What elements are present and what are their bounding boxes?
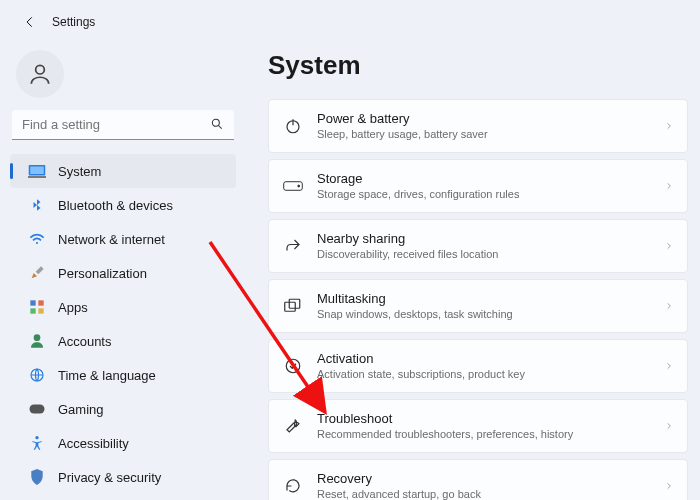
- nav-label: Bluetooth & devices: [58, 198, 173, 213]
- nav-label: Accounts: [58, 334, 111, 349]
- person-icon: [28, 332, 46, 350]
- chevron-right-icon: [665, 480, 673, 492]
- nav-privacy[interactable]: Privacy & security: [10, 460, 236, 494]
- svg-point-10: [34, 334, 41, 341]
- sidebar: System Bluetooth & devices Network & int…: [0, 36, 246, 500]
- card-troubleshoot[interactable]: TroubleshootRecommended troubleshooters,…: [268, 399, 688, 453]
- shield-icon: [28, 468, 46, 486]
- user-avatar[interactable]: [16, 50, 64, 98]
- svg-rect-4: [28, 176, 46, 178]
- apps-icon: [28, 298, 46, 316]
- card-sub: Storage space, drives, configuration rul…: [317, 187, 651, 201]
- monitor-icon: [28, 162, 46, 180]
- svg-rect-8: [30, 308, 35, 313]
- multitask-icon: [283, 296, 303, 316]
- card-multitasking[interactable]: MultitaskingSnap windows, desktops, task…: [268, 279, 688, 333]
- card-title: Troubleshoot: [317, 411, 651, 427]
- paintbrush-icon: [28, 264, 46, 282]
- svg-point-1: [212, 119, 219, 126]
- card-sub: Recommended troubleshooters, preferences…: [317, 427, 651, 441]
- svg-rect-17: [285, 302, 296, 311]
- gamepad-icon: [28, 400, 46, 418]
- nav-personalization[interactable]: Personalization: [10, 256, 236, 290]
- bluetooth-icon: [28, 196, 46, 214]
- main-content: System Power & batterySleep, battery usa…: [246, 36, 700, 500]
- card-sub: Discoverability, received files location: [317, 247, 651, 261]
- nav-accessibility[interactable]: Accessibility: [10, 426, 236, 460]
- card-sub: Snap windows, desktops, task switching: [317, 307, 651, 321]
- header-title: Settings: [52, 15, 95, 29]
- nav-label: Personalization: [58, 266, 147, 281]
- wifi-icon: [28, 230, 46, 248]
- nav-label: Time & language: [58, 368, 156, 383]
- chevron-right-icon: [665, 300, 673, 312]
- nav-label: Accessibility: [58, 436, 129, 451]
- globe-icon: [28, 366, 46, 384]
- chevron-right-icon: [665, 180, 673, 192]
- chevron-right-icon: [665, 360, 673, 372]
- svg-point-5: [36, 242, 38, 244]
- check-circle-icon: [283, 356, 303, 376]
- card-sub: Reset, advanced startup, go back: [317, 487, 651, 500]
- card-title: Nearby sharing: [317, 231, 651, 247]
- nav-label: Apps: [58, 300, 88, 315]
- chevron-right-icon: [665, 120, 673, 132]
- nav-accounts[interactable]: Accounts: [10, 324, 236, 358]
- share-icon: [283, 236, 303, 256]
- svg-rect-12: [30, 405, 45, 414]
- nav-apps[interactable]: Apps: [10, 290, 236, 324]
- card-recovery[interactable]: RecoveryReset, advanced startup, go back: [268, 459, 688, 500]
- svg-point-0: [36, 65, 45, 74]
- wrench-icon: [283, 416, 303, 436]
- recovery-icon: [283, 476, 303, 496]
- card-title: Power & battery: [317, 111, 651, 127]
- nav-gaming[interactable]: Gaming: [10, 392, 236, 426]
- window-header: Settings: [0, 0, 700, 36]
- svg-rect-6: [30, 300, 35, 305]
- nav-time-language[interactable]: Time & language: [10, 358, 236, 392]
- nav-list: System Bluetooth & devices Network & int…: [10, 154, 236, 494]
- page-title: System: [268, 50, 688, 81]
- search-input[interactable]: [12, 110, 234, 140]
- card-title: Storage: [317, 171, 651, 187]
- nav-network[interactable]: Network & internet: [10, 222, 236, 256]
- nav-system[interactable]: System: [10, 154, 236, 188]
- back-button[interactable]: [22, 14, 38, 30]
- svg-point-13: [35, 436, 38, 439]
- card-power-battery[interactable]: Power & batterySleep, battery usage, bat…: [268, 99, 688, 153]
- svg-rect-3: [30, 167, 44, 175]
- svg-rect-7: [38, 300, 43, 305]
- search-box[interactable]: [12, 110, 234, 140]
- nav-bluetooth[interactable]: Bluetooth & devices: [10, 188, 236, 222]
- search-icon: [210, 117, 224, 131]
- card-nearby-sharing[interactable]: Nearby sharingDiscoverability, received …: [268, 219, 688, 273]
- svg-rect-9: [38, 308, 43, 313]
- storage-icon: [283, 176, 303, 196]
- card-sub: Activation state, subscriptions, product…: [317, 367, 651, 381]
- nav-label: Gaming: [58, 402, 104, 417]
- card-sub: Sleep, battery usage, battery saver: [317, 127, 651, 141]
- settings-list: Power & batterySleep, battery usage, bat…: [268, 99, 688, 500]
- card-title: Activation: [317, 351, 651, 367]
- chevron-right-icon: [665, 420, 673, 432]
- card-storage[interactable]: StorageStorage space, drives, configurat…: [268, 159, 688, 213]
- nav-label: System: [58, 164, 101, 179]
- chevron-right-icon: [665, 240, 673, 252]
- power-icon: [283, 116, 303, 136]
- card-title: Recovery: [317, 471, 651, 487]
- nav-label: Privacy & security: [58, 470, 161, 485]
- svg-point-16: [298, 185, 300, 187]
- svg-point-19: [286, 359, 300, 373]
- card-title: Multitasking: [317, 291, 651, 307]
- nav-label: Network & internet: [58, 232, 165, 247]
- accessibility-icon: [28, 434, 46, 452]
- card-activation[interactable]: ActivationActivation state, subscription…: [268, 339, 688, 393]
- svg-rect-18: [289, 299, 300, 308]
